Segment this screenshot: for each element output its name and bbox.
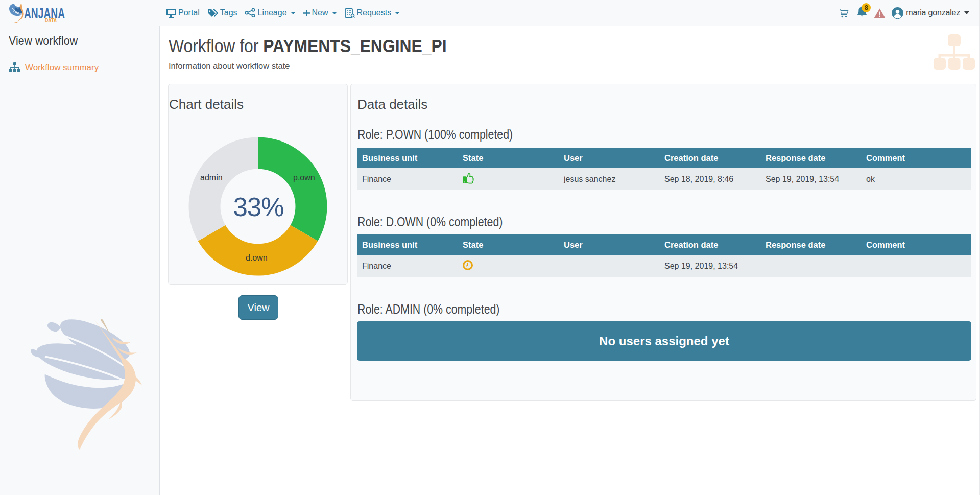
svg-text:ANJANA: ANJANA	[24, 5, 65, 21]
svg-text:DATA: DATA	[45, 18, 57, 23]
